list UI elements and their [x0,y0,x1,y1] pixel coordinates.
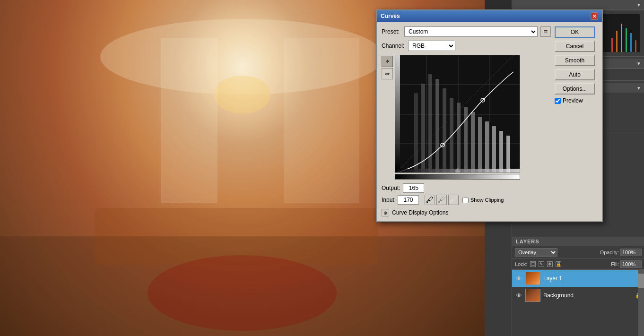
curve-graph-svg [395,55,520,173]
preview-container: Preview [555,97,597,104]
layers-scrollbar-thumb[interactable] [638,274,644,288]
histogram-expand[interactable]: ▼ [636,2,641,8]
svg-rect-24 [635,40,636,52]
curves-titlebar: Curves ✕ [377,10,602,22]
cancel-button[interactable]: Cancel [555,41,595,52]
fill-input[interactable] [620,260,642,268]
channel-label: Channel: [382,43,405,49]
curve-graph-container [395,55,520,180]
input-gradient-bar [395,174,520,180]
svg-rect-41 [485,121,489,173]
show-clipping-container: Show Clipping [462,197,504,203]
curve-draw-tool[interactable]: ✏ [382,68,393,79]
svg-rect-5 [284,38,359,203]
sample-white-eyedropper[interactable]: 🖋 [448,195,459,205]
curve-tools: ⌖ ✏ [382,55,393,79]
layers-header: LAYERS [512,237,644,246]
lock-icon-move[interactable]: ✥ [547,261,553,267]
channel-select[interactable]: RGB Red Green Blue [408,41,455,51]
show-clipping-label: Show Clipping [470,197,504,203]
sample-gray-eyedropper[interactable]: 🖋 [436,195,447,205]
ok-button[interactable]: OK [555,26,595,38]
preset-row: Preset: Custom Default Strong Contrast ≡ [382,26,551,37]
preview-label: Preview [563,97,583,104]
svg-rect-23 [630,33,632,52]
svg-point-7 [148,255,337,331]
layer-bg-thumb [525,289,540,302]
svg-rect-31 [414,93,418,173]
curves-right-buttons: OK Cancel Smooth Auto Options... Preview [555,26,597,216]
input-label: Input: [382,197,396,203]
curve-area: ⌖ ✏ [382,55,551,180]
layers-controls: Overlay Opacity: [512,246,644,259]
layers-scrollbar[interactable] [638,269,644,336]
svg-rect-21 [621,24,622,52]
layer-bg-name: Background [543,292,632,299]
layers-lock-bar: Lock: ☐ ✎ ✥ 🔒 Fill: [512,259,644,270]
preview-checkbox[interactable] [555,98,561,104]
opacity-input[interactable] [620,249,642,256]
auto-button[interactable]: Auto [555,69,595,80]
input-eyedropper-row: Input: 🖋 🖋 🖋 Show Clipping [382,195,551,205]
sample-black-eyedropper[interactable]: 🖋 [425,195,435,205]
svg-rect-37 [457,103,461,173]
svg-rect-39 [471,112,475,173]
svg-rect-20 [616,31,618,52]
svg-rect-4 [161,38,218,203]
curves-dialog: Curves ✕ Preset: Custom Default Strong C… [376,9,603,222]
svg-rect-42 [492,126,496,173]
svg-rect-34 [435,79,439,173]
opacity-label: Opacity: [600,250,619,255]
svg-rect-32 [421,84,425,173]
panel3-expand[interactable]: ▼ [636,86,641,91]
lock-label: Lock: [515,261,527,267]
smooth-button[interactable]: Smooth [555,55,595,66]
curve-select-tool[interactable]: ⌖ [382,56,393,67]
options-button[interactable]: Options... [555,83,595,95]
fill-label: Fill: [611,261,619,267]
layer-row-bg[interactable]: 👁 Background 🔒 [512,287,644,304]
preset-save-button[interactable]: ≡ [540,26,551,37]
fill-control: Fill: [611,260,642,268]
lock-icon-check[interactable]: ☐ [530,261,536,267]
layers-panel: LAYERS Overlay Opacity: Lock: ☐ ✎ ✥ 🔒 Fi… [512,237,644,336]
curve-options-expand[interactable]: ⊕ [382,209,389,216]
svg-rect-38 [464,107,468,173]
input-field[interactable] [398,195,419,205]
curves-left: Preset: Custom Default Strong Contrast ≡… [382,26,551,216]
svg-rect-49 [395,55,400,169]
lock-icon-all[interactable]: 🔒 [556,261,561,267]
lock-icon-brush[interactable]: ✎ [539,261,544,267]
histogram-header: ▼ [512,0,644,9]
svg-rect-40 [478,117,482,173]
curve-display-options-label: Curve Display Options [392,209,448,216]
svg-rect-19 [611,38,613,52]
svg-rect-35 [443,88,446,173]
preset-label: Preset: [382,28,401,35]
output-input[interactable] [403,183,424,193]
svg-rect-22 [626,28,627,52]
curve-display-options: ⊕ Curve Display Options [382,209,551,216]
panel2-expand[interactable]: ▼ [636,61,641,66]
svg-rect-33 [428,74,432,173]
layer-1-thumb [525,272,540,285]
preset-select[interactable]: Custom Default Strong Contrast [404,26,538,37]
channel-row: Channel: RGB Red Green Blue [382,41,551,51]
curves-title: Curves [381,13,400,19]
blend-mode-select[interactable]: Overlay [515,248,557,257]
layer-1-name: Layer 1 [543,275,642,282]
svg-rect-43 [499,131,503,173]
eyedropper-group: 🖋 🖋 🖋 [425,195,459,205]
svg-rect-44 [506,136,510,173]
layer-row-1[interactable]: 👁 Layer 1 [512,270,644,287]
output-row: Output: [382,183,551,193]
opacity-control: Opacity: [600,249,642,256]
show-clipping-checkbox[interactable] [462,197,469,203]
output-label: Output: [382,185,400,191]
layer-1-visibility[interactable]: 👁 [515,275,522,282]
info-bar [485,0,512,10]
curves-close-button[interactable]: ✕ [591,12,598,20]
curves-body: Preset: Custom Default Strong Contrast ≡… [377,22,602,221]
layers-title: LAYERS [516,239,540,244]
layer-bg-visibility[interactable]: 👁 [515,292,522,299]
